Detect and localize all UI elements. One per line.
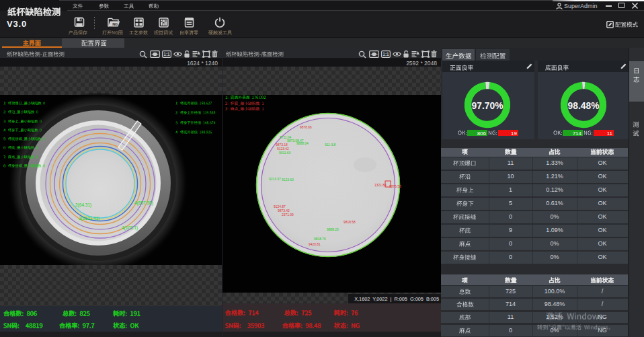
svg-text:9123.42: 9123.42: [277, 147, 289, 151]
svg-text:9876.58: 9876.58: [389, 185, 401, 188]
svg-text:1:1: 1:1: [163, 52, 170, 57]
svg-text:NG: NG: [112, 22, 118, 26]
svg-text:4(657.58): 4(657.58): [134, 200, 153, 206]
svg-text:9876.66: 9876.66: [300, 126, 312, 129]
svg-text:9213.37: 9213.37: [269, 178, 281, 181]
svg-text:911-3.8: 911-3.8: [325, 143, 336, 147]
svg-text:9888.20: 9888.20: [327, 228, 339, 231]
svg-text:9124.87: 9124.87: [274, 205, 286, 209]
svg-text:2(64.31): 2(64.31): [75, 202, 91, 208]
svg-text:1321.84: 1321.84: [374, 184, 387, 187]
svg-text:9873.18: 9873.18: [276, 143, 288, 147]
svg-text:9420.81: 9420.81: [309, 243, 321, 246]
svg-text:9888.04: 9888.04: [296, 142, 309, 145]
svg-text:9011.63: 9011.63: [279, 151, 291, 155]
svg-text:3(6623.41): 3(6623.41): [79, 216, 99, 221]
svg-text:9123.63: 9123.63: [282, 178, 294, 182]
svg-text:1:1: 1:1: [383, 52, 389, 57]
svg-text:4(103.1): 4(103.1): [122, 225, 138, 231]
svg-text:9818.76: 9818.76: [314, 237, 326, 241]
svg-text:9818.58: 9818.58: [344, 221, 356, 224]
svg-text:9873.42: 9873.42: [278, 209, 290, 213]
svg-text:2371.09: 2371.09: [282, 213, 294, 217]
